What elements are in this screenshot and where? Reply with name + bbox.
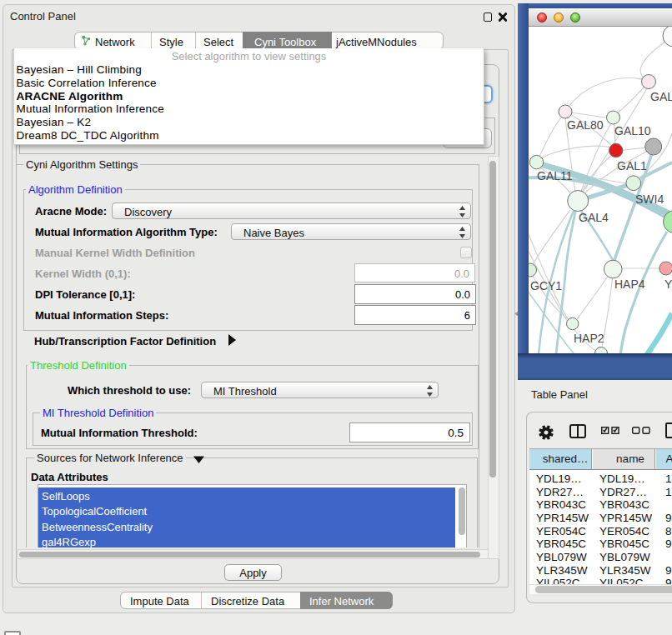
svg-text:Y: Y [664, 278, 672, 291]
svg-text:HAP2: HAP2 [574, 332, 604, 345]
svg-text:GCY1: GCY1 [530, 279, 562, 292]
svg-text:GAL1: GAL1 [617, 159, 647, 172]
svg-text:SWI4: SWI4 [635, 192, 664, 206]
svg-text:HAP4: HAP4 [614, 278, 645, 291]
svg-text:GAL10: GAL10 [614, 124, 651, 138]
svg-text:GAL4: GAL4 [579, 211, 609, 224]
svg-text:GAL80: GAL80 [567, 118, 604, 132]
svg-text:GAL7: GAL7 [650, 90, 672, 103]
svg-text:GAL11: GAL11 [537, 169, 573, 182]
